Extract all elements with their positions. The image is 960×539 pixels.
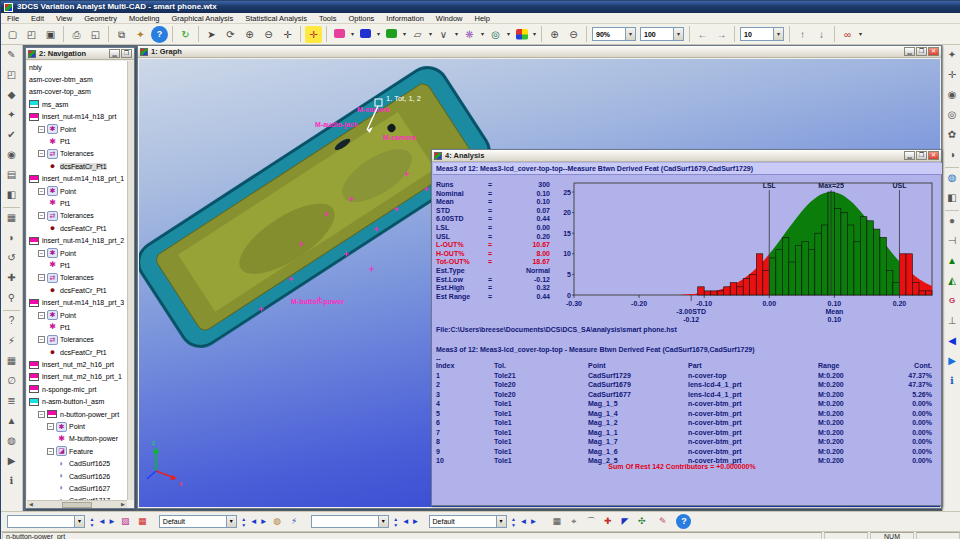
dropdown-arrow-icon[interactable]: ▾ (401, 26, 408, 43)
scroll-thumb[interactable] (62, 502, 92, 508)
move-point-icon[interactable]: ✛ (944, 67, 960, 84)
dropdown-arrow-icon[interactable]: ▾ (479, 26, 486, 43)
menu-modeling[interactable]: Modeling (123, 13, 165, 23)
label-icon[interactable]: ✎ (3, 47, 21, 64)
sphere-icon[interactable]: ● (944, 213, 960, 230)
new-icon[interactable]: ▢ (4, 26, 21, 43)
tree-item-cadsurf1625[interactable]: ◗CadSurf1625 (27, 458, 127, 470)
grid-red-icon[interactable]: ▦ (135, 514, 150, 529)
tree-item-tolerances[interactable]: −⇄Tolerances (27, 210, 127, 222)
point-round-icon[interactable]: ◉ (944, 87, 960, 104)
tree-item-pt1[interactable]: ✱Pt1 (27, 259, 127, 271)
measure-combo[interactable]: ▾ (7, 515, 85, 528)
zoom-percent-combo-dropdown-icon[interactable]: ▾ (625, 28, 635, 40)
rotate-view-icon[interactable]: ⟳ (222, 26, 239, 43)
matrix-icon[interactable]: ▦ (3, 353, 21, 370)
up-icon[interactable]: ↑ (794, 26, 811, 43)
open-icon[interactable]: ◰ (23, 26, 40, 43)
tree-item-feature[interactable]: −◪Feature (27, 445, 127, 457)
lamp-icon[interactable]: ◍ (270, 514, 285, 529)
tree-item-m-button-power[interactable]: ✱M-button-power (27, 433, 127, 445)
tree-collapse-icon[interactable]: − (38, 188, 45, 195)
analysis-minimize-button[interactable]: ▁ (904, 151, 915, 160)
clamp-icon[interactable]: ✚ (3, 270, 21, 287)
tree-item-ms-asm[interactable]: ms_asm (27, 98, 127, 110)
flag-blue-icon[interactable]: ◤ (617, 514, 632, 529)
table-row[interactable]: 9Tole1Mag_1_6n-cover-btm_prtM:0.2000.00% (436, 448, 936, 458)
magnify-out-icon[interactable]: ⊖ (565, 26, 582, 43)
graph-title-bar[interactable]: 1: Graph ▁ ❐ ✕ (138, 46, 941, 58)
spinner-control[interactable]: ▲▼ (88, 516, 96, 528)
scale-combo-dropdown-icon[interactable]: ▾ (673, 28, 683, 40)
tree-item-point[interactable]: −✱Point (27, 420, 127, 432)
table-row[interactable]: 3Tole20CadSurf1677lens-lcd-4_1_prtM:0.20… (436, 391, 936, 401)
style-combo[interactable]: Default▾ (429, 515, 507, 528)
simulate-icon[interactable]: ▶ (3, 453, 21, 470)
tree-collapse-icon[interactable]: − (38, 126, 45, 133)
magnify-in-icon[interactable]: ⊕ (546, 26, 563, 43)
tree-item-tolerances[interactable]: −⇄Tolerances (27, 334, 127, 346)
spinner-control[interactable]: ▲▼ (392, 516, 400, 528)
move-points-icon[interactable]: ✛ (305, 26, 322, 43)
help-icon[interactable]: ? (3, 313, 21, 330)
table-row[interactable]: 5Tole1Mag_1_4n-cover-btm_prtM:0.2000.00% (436, 410, 936, 420)
filter-combo-dropdown-icon[interactable]: ▾ (378, 516, 388, 527)
analysis-close-button[interactable]: ✕ (928, 151, 939, 160)
off-icon[interactable]: ∅ (3, 373, 21, 390)
network-icon[interactable]: ✣ (634, 514, 649, 529)
menu-file[interactable]: File (1, 13, 25, 23)
plus-red-icon[interactable]: ✚ (600, 514, 615, 529)
copy-icon[interactable]: ⧉ (113, 26, 130, 43)
menu-options[interactable]: Options (342, 13, 380, 23)
table-row[interactable]: 7Tole1Mag_1_1n-cover-btm_prtM:0.2000.00% (436, 429, 936, 439)
tree-item-asm-cover-btm-asm[interactable]: asm-cover-btm_asm (27, 73, 127, 85)
spot-weld-icon[interactable]: ⚲ (3, 290, 21, 307)
tree-item-pt1[interactable]: ✱Pt1 (27, 321, 127, 333)
lasso-icon[interactable]: ⌒ (583, 514, 598, 529)
tree-item-tolerances[interactable]: −⇄Tolerances (27, 272, 127, 284)
navigation-vertical-scrollbar[interactable] (127, 61, 134, 500)
zoom-percent-combo[interactable]: 90%▾ (592, 27, 636, 41)
lightning-icon[interactable]: ⚡ (287, 514, 302, 529)
bend-icon[interactable]: ◗ (3, 230, 21, 247)
navigation-maximize-button[interactable]: ❐ (121, 49, 132, 58)
menu-edit[interactable]: Edit (25, 13, 50, 23)
prev-arrow-icon[interactable]: ◄ (98, 514, 106, 530)
tree-item-asm-cover-top-asm[interactable]: asm-cover-top_asm (27, 86, 127, 98)
validate-icon[interactable]: ✔ (3, 127, 21, 144)
dropdown-arrow-icon[interactable]: ▾ (531, 26, 538, 43)
render-icon[interactable]: ◧ (3, 187, 21, 204)
point-pair-icon[interactable]: ◑ (944, 147, 960, 164)
tree-item-cadsurf1626[interactable]: ◗CadSurf1626 (27, 470, 127, 482)
menu-information[interactable]: Information (380, 13, 430, 23)
refresh-icon[interactable]: ↻ (177, 26, 194, 43)
navigation-horizontal-scrollbar[interactable]: ◀ ▶ (27, 500, 127, 508)
step-combo-dropdown-icon[interactable]: ▾ (773, 28, 783, 40)
stats-icon[interactable]: ▲ (3, 413, 21, 430)
forward-icon[interactable]: → (713, 26, 730, 43)
scale-combo[interactable]: 100▾ (640, 27, 684, 41)
point-measure-icon[interactable]: ◎ (944, 107, 960, 124)
tree-item-dcsfeatcr-pt1[interactable]: ●dcsFeatCr_Pt1 (27, 284, 127, 296)
color-map-icon[interactable] (513, 26, 530, 43)
analysis-maximize-button[interactable]: ❐ (916, 151, 927, 160)
next-arrow-icon[interactable]: ► (412, 514, 420, 530)
histogram-icon[interactable]: ▲ (944, 253, 960, 270)
tree-item-insert-nut-m14-h18-prt[interactable]: insert_nut-m14_h18_prt (27, 111, 127, 123)
arrow-left-icon[interactable]: ◀ (944, 333, 960, 350)
dropdown-arrow-icon[interactable]: ▾ (349, 26, 356, 43)
tree-collapse-icon[interactable]: − (38, 411, 45, 418)
tree-item-n-button-power-prt[interactable]: −n-button-power_prt (27, 408, 127, 420)
chart-colored-icon[interactable]: ▨ (118, 514, 133, 529)
graph-maximize-button[interactable]: ❐ (916, 47, 927, 56)
design-tools-icon[interactable]: ✦ (132, 26, 149, 43)
tree-item-insert-nut-m14-h18-prt-1[interactable]: insert_nut-m14_h18_prt_1 (27, 173, 127, 185)
table-row[interactable]: 1Tole21CadSurf1729n-cover-topM:0.20047.3… (436, 372, 936, 382)
measure-combo-dropdown-icon[interactable]: ▾ (74, 516, 84, 527)
tree-item-insert-nut-m2-h16-prt-1[interactable]: insert_nut_m2_h16_prt_1 (27, 371, 127, 383)
tree-item-point[interactable]: −✱Point (27, 247, 127, 259)
help-icon[interactable]: ? (151, 26, 168, 43)
tree-item-point[interactable]: −✱Point (27, 123, 127, 135)
zoom-window-icon[interactable]: ⊕ (241, 26, 258, 43)
part-pink-icon[interactable] (331, 26, 348, 43)
